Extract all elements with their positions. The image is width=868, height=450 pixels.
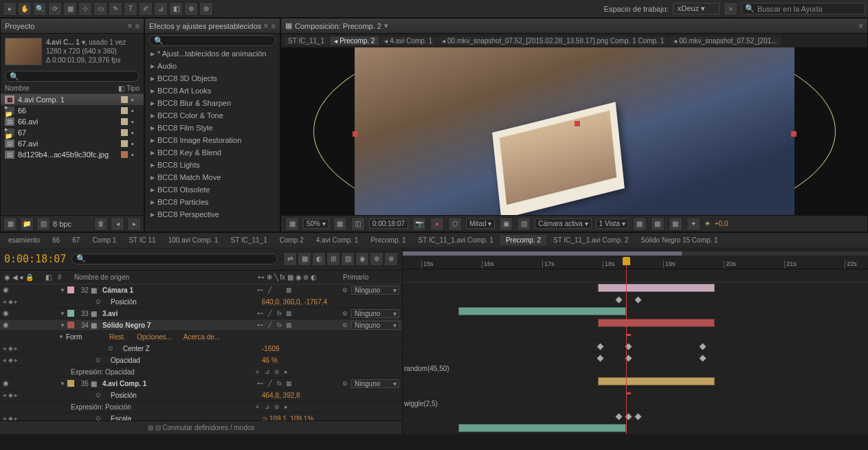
exposure-value[interactable]: +0,0 xyxy=(715,220,728,227)
effect-category[interactable]: ▶BCC8 Art Looks xyxy=(145,85,280,97)
property-row[interactable]: ◂ ◆ ▸⊙Center Z-1609 xyxy=(0,343,402,355)
track-row[interactable] xyxy=(403,411,868,423)
visibility-icon[interactable]: ◉ xyxy=(3,321,11,329)
effect-category[interactable]: ▶Audio xyxy=(145,60,280,72)
pickwhip-icon[interactable]: ⊚ xyxy=(340,321,349,330)
puppet-tool[interactable]: ⊛ xyxy=(199,2,213,16)
keyframe-diamond[interactable] xyxy=(634,297,641,304)
col-source-name[interactable]: Nombre de origen xyxy=(74,273,255,281)
track-row[interactable]: random(45,50) xyxy=(403,364,868,376)
keyframe-diamond[interactable] xyxy=(616,297,623,304)
tl-opt-icon[interactable]: ▦ xyxy=(298,252,311,266)
parent-dropdown[interactable]: Ninguno xyxy=(351,309,399,318)
layer-row[interactable]: ◉▼35▦4.avi Comp. 1⊷╱fx▦⊚Ninguno xyxy=(0,378,402,390)
property-row[interactable]: ◂ ◆ ▸⊙Posición640,0, 360,0, -1767,4 xyxy=(0,296,402,308)
panel-menu-icon[interactable]: ≡ xyxy=(135,22,140,30)
effect-category[interactable]: ▶BCC8 3D Objects xyxy=(145,72,280,85)
stopwatch-icon[interactable]: ⊙ xyxy=(93,297,102,306)
track-row[interactable] xyxy=(403,306,868,317)
property-value[interactable]: 46 % xyxy=(262,357,399,364)
track-row[interactable] xyxy=(403,317,868,329)
comp-flowchart-item[interactable]: ◂ 00.mkv_snapshot_07.52_[201... xyxy=(669,36,781,45)
keyframe-nav[interactable]: ◂ ◆ ▸ xyxy=(3,345,23,352)
selection-tool[interactable]: ▸ xyxy=(3,2,16,16)
pickwhip-icon[interactable]: ⊚ xyxy=(340,379,349,388)
layer-row[interactable]: ◉▼34▦Sólido Negro 7⊷╱fx▦⊚Ninguno xyxy=(0,319,402,331)
cti-playhead[interactable] xyxy=(623,257,630,265)
tl-opt-icon[interactable]: ⊞ xyxy=(326,252,340,266)
project-item[interactable]: ▤66.avi▪ xyxy=(1,116,144,127)
comp-flowchart-item[interactable]: ST IC_11_1 xyxy=(284,36,329,45)
timeline-tab[interactable]: Comp 1 xyxy=(87,235,122,245)
timeline-footer-toggle[interactable]: ⊞ ⊟ Conmutar definidores / modos xyxy=(0,420,402,434)
grid-icon[interactable]: ▦ xyxy=(333,217,347,231)
interpret-icon[interactable]: ▦ xyxy=(3,217,17,231)
layer-bar[interactable] xyxy=(598,284,714,292)
timeline-tab[interactable]: ST IC 11 xyxy=(123,235,161,245)
next-icon[interactable]: ▸ xyxy=(127,217,141,231)
timeline-tab[interactable]: Comp 2 xyxy=(274,235,309,245)
label-swatch[interactable] xyxy=(121,96,128,103)
stopwatch-icon[interactable]: ⊙ xyxy=(93,356,102,365)
timeline-tab[interactable]: esamiento xyxy=(3,235,45,245)
disclosure-icon[interactable]: ▼ xyxy=(60,287,65,293)
view-icon[interactable]: ▦ xyxy=(633,217,647,231)
search-icon[interactable]: » xyxy=(724,2,737,16)
keyframe-diamond[interactable] xyxy=(597,355,604,362)
tl-opt-icon[interactable]: ◐ xyxy=(312,252,326,266)
current-time-indicator[interactable] xyxy=(626,257,627,434)
exposure-icon[interactable]: ☀ xyxy=(704,220,711,227)
col-parent[interactable]: Primario xyxy=(343,273,398,281)
zoom-select[interactable]: 50% ▾ xyxy=(303,218,329,229)
time-ruler[interactable]: 15s16s17s18s19s20s21s22s xyxy=(403,247,868,269)
expression-text[interactable]: random(45,50) xyxy=(404,365,449,372)
label-swatch[interactable] xyxy=(121,151,128,158)
pickwhip-icon[interactable]: ⊚ xyxy=(340,286,349,295)
label-swatch[interactable] xyxy=(121,129,128,136)
comp-panel-header[interactable]: ▦ Composición: Precomp. 2 ▾ × xyxy=(281,19,867,34)
col-label-icon[interactable]: ◧ xyxy=(118,85,126,92)
channel-icon[interactable]: ● xyxy=(430,217,444,231)
tracks[interactable]: random(45,50)wiggle(2,5) xyxy=(403,282,868,434)
expression-text[interactable]: wiggle(2,5) xyxy=(404,400,438,407)
label-swatch[interactable] xyxy=(121,140,128,147)
property-value[interactable]: 464,8, 392,8 xyxy=(262,392,399,399)
bpc-toggle[interactable]: 8 bpc xyxy=(53,220,71,228)
expr-graph-icon[interactable]: ⊿ xyxy=(263,403,271,412)
close-icon[interactable]: × xyxy=(264,21,269,31)
roi-icon[interactable]: ▣ xyxy=(499,217,513,231)
track-row[interactable] xyxy=(403,282,868,294)
timeline-tab[interactable]: ST IC_11_1.avi Comp. 2 xyxy=(548,235,634,245)
tl-opt-icon[interactable]: ◉ xyxy=(355,252,369,266)
panel-menu-icon[interactable]: ≡ xyxy=(271,22,276,30)
property-value[interactable]: ⊃ 109,1, 109,1% xyxy=(262,415,399,421)
effect-link[interactable]: Rest. xyxy=(109,333,125,341)
resolution-select[interactable]: Mitad ▾ xyxy=(466,218,495,229)
label-swatch[interactable] xyxy=(67,286,74,293)
rotate-tool[interactable]: ⟳ xyxy=(48,2,62,16)
chevron-down-icon[interactable]: ▾ xyxy=(384,21,388,30)
project-list[interactable]: ▦4.avi Comp. 1▪▸📁66▪▤66.avi▪▸📁67▪▤67.avi… xyxy=(1,94,144,215)
timeline-tab[interactable]: 100.avi Comp. 1 xyxy=(163,235,224,245)
label-swatch[interactable] xyxy=(121,118,128,125)
keyframe-nav[interactable]: ◂ ◆ ▸ xyxy=(3,392,23,398)
prev-icon[interactable]: ◂ xyxy=(111,217,124,231)
timeline-tab[interactable]: 66 xyxy=(47,235,65,245)
layer-handle[interactable] xyxy=(791,131,797,137)
anchor-tool[interactable]: ⊹ xyxy=(78,2,92,16)
layer-handle[interactable] xyxy=(353,131,358,137)
alpha-icon[interactable]: ▦ xyxy=(285,217,299,231)
effect-category[interactable]: ▶BCC8 Match Move xyxy=(145,171,280,183)
track-row[interactable] xyxy=(403,387,868,399)
expr-toggle-icon[interactable]: ≡ xyxy=(253,403,262,412)
track-row[interactable] xyxy=(403,294,868,306)
keyframe-diamond[interactable] xyxy=(634,414,641,420)
comp-flowchart-item[interactable]: ◂ Precomp. 2 xyxy=(330,36,379,45)
zoom-tool[interactable]: 🔍 xyxy=(33,2,47,16)
keyframe-nav[interactable]: ◂ ◆ ▸ xyxy=(3,298,23,305)
effect-category[interactable]: ▶* Ajust...tablecidos de animación xyxy=(145,47,280,60)
composition-viewer[interactable] xyxy=(281,47,867,215)
stopwatch-icon[interactable]: ⊙ xyxy=(93,391,102,400)
timeline-tab[interactable]: 67 xyxy=(67,235,85,245)
timeline-tab[interactable]: Sólido Negro 15 Comp. 1 xyxy=(635,235,723,245)
